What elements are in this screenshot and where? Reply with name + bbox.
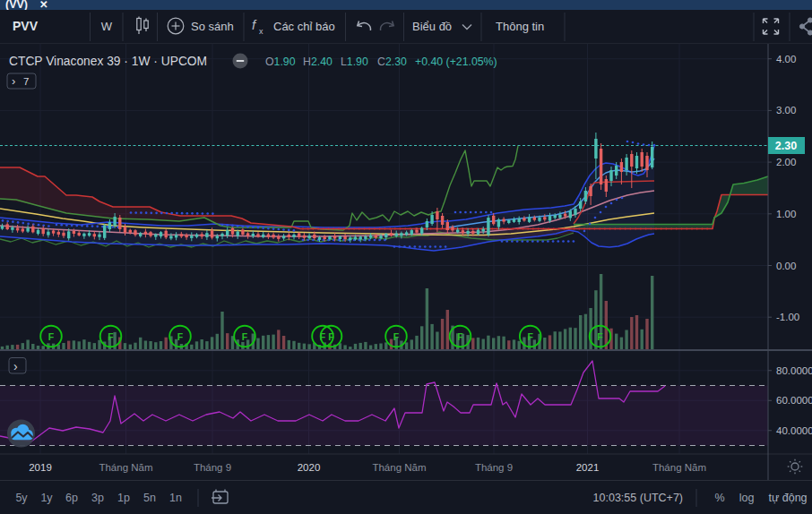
svg-text:2019: 2019 — [29, 462, 52, 473]
svg-text:PVV: PVV — [13, 19, 39, 33]
svg-text:Thông tin: Thông tin — [496, 20, 544, 33]
svg-text:1y: 1y — [40, 492, 53, 504]
svg-text:✕: ✕ — [39, 0, 48, 10]
svg-text:Tháng Năm: Tháng Năm — [652, 462, 706, 473]
svg-text:W: W — [101, 20, 113, 33]
svg-text:Các chỉ báo: Các chỉ báo — [273, 20, 335, 33]
svg-text:2.30: 2.30 — [775, 140, 797, 152]
svg-text:x: x — [259, 27, 263, 36]
svg-text:-1.00: -1.00 — [776, 312, 799, 322]
svg-text:+0.40 (+21.05%): +0.40 (+21.05%) — [415, 56, 497, 68]
svg-text:F: F — [527, 331, 533, 342]
svg-text:1n: 1n — [169, 492, 182, 504]
svg-text:F: F — [320, 331, 326, 342]
svg-text:F: F — [242, 331, 248, 342]
svg-text:(VV): (VV) — [5, 0, 28, 11]
svg-text:10:03:55 (UTC+7): 10:03:55 (UTC+7) — [593, 492, 683, 504]
svg-text:C2.30: C2.30 — [377, 56, 407, 68]
svg-text:40.0000: 40.0000 — [776, 425, 812, 436]
svg-text:›: › — [13, 359, 18, 373]
svg-text:CTCP Vinaconex 39 · 1W · UPCOM: CTCP Vinaconex 39 · 1W · UPCOM — [9, 55, 207, 68]
svg-text:5y: 5y — [15, 492, 28, 504]
svg-text:Tháng 9: Tháng 9 — [475, 462, 513, 473]
svg-text:Biểu đồ: Biểu đồ — [412, 20, 452, 33]
svg-text:3p: 3p — [91, 492, 104, 504]
svg-text:F: F — [393, 331, 400, 342]
svg-text:Tháng Năm: Tháng Năm — [372, 462, 426, 473]
svg-text:H2.40: H2.40 — [303, 56, 333, 68]
svg-text:0.00: 0.00 — [776, 261, 796, 271]
svg-text:F: F — [328, 331, 334, 342]
svg-text:80.0000: 80.0000 — [776, 365, 812, 376]
svg-text:F: F — [108, 331, 114, 342]
svg-text:2021: 2021 — [576, 462, 600, 473]
svg-text:F: F — [48, 331, 55, 342]
svg-text:F: F — [597, 331, 603, 342]
svg-text:F: F — [177, 331, 184, 342]
svg-text:Tháng 9: Tháng 9 — [194, 462, 231, 473]
svg-text:F: F — [457, 331, 463, 342]
svg-text:5n: 5n — [143, 492, 156, 504]
svg-text:1p: 1p — [117, 492, 130, 504]
svg-text:2.00: 2.00 — [776, 157, 796, 167]
svg-text:60.0000: 60.0000 — [776, 395, 812, 406]
svg-text:1.00: 1.00 — [776, 209, 796, 219]
svg-text:L1.90: L1.90 — [341, 56, 368, 68]
svg-text:4.00: 4.00 — [776, 54, 796, 64]
svg-text:›: › — [12, 74, 15, 88]
svg-text:O1.90: O1.90 — [265, 56, 296, 68]
svg-text:tự động: tự động — [768, 492, 807, 504]
svg-text:%: % — [714, 492, 724, 504]
svg-text:3.00: 3.00 — [776, 105, 796, 116]
svg-text:2020: 2020 — [298, 462, 321, 473]
svg-text:7: 7 — [23, 76, 29, 87]
svg-text:Tháng Năm: Tháng Năm — [99, 462, 152, 473]
svg-text:log: log — [739, 492, 755, 504]
svg-text:6p: 6p — [65, 492, 78, 504]
svg-text:So sánh: So sánh — [191, 20, 234, 33]
